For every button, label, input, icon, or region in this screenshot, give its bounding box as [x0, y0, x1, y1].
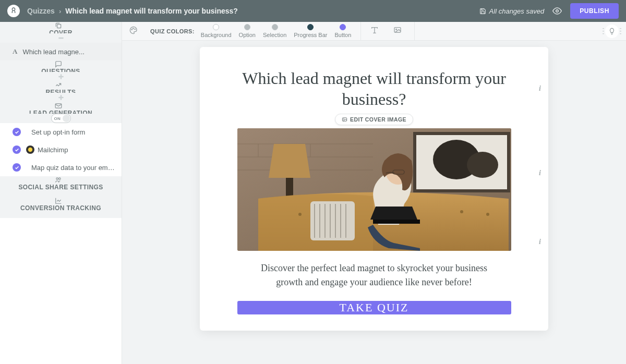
sidebar-item-optin[interactable]: Set up opt-in form	[0, 123, 122, 141]
color-background[interactable]: Background	[201, 24, 232, 38]
preview-icon[interactable]	[552, 6, 562, 16]
sidebar-section-results[interactable]: RESULTS	[0, 81, 122, 102]
info-icon[interactable]: i	[539, 238, 541, 246]
svg-rect-36	[310, 201, 355, 240]
add-icon[interactable]	[56, 93, 66, 102]
svg-rect-2	[58, 38, 63, 39]
check-icon	[13, 128, 21, 136]
chevron-right-icon: ›	[59, 7, 61, 15]
save-icon	[479, 8, 486, 15]
mailchimp-icon	[26, 145, 34, 154]
chart-icon	[54, 197, 63, 204]
sidebar-section-social[interactable]: SOCIAL SHARE SETTINGS	[0, 176, 122, 197]
svg-point-34	[460, 210, 463, 213]
leadgen-toggle[interactable]: ON	[51, 114, 71, 123]
color-progress[interactable]: Progress Bar	[294, 24, 327, 38]
info-icon[interactable]: i	[539, 84, 541, 93]
text-icon: A	[13, 47, 17, 56]
svg-point-8	[28, 148, 32, 152]
quiz-description[interactable]: Discover the perfect lead magnet to skyr…	[251, 261, 497, 289]
results-icon	[54, 81, 63, 89]
svg-point-11	[131, 29, 132, 30]
tips-icon[interactable]	[605, 25, 619, 38]
quiz-title[interactable]: Which lead magnet will transform your bu…	[220, 68, 528, 110]
add-icon[interactable]	[56, 72, 66, 81]
sidebar-section-leadgen[interactable]: LEAD GENERATION ON	[0, 102, 122, 123]
svg-point-10	[58, 178, 61, 180]
sidebar-section-conversion[interactable]: CONVERSION TRACKING	[0, 197, 122, 218]
editor-toolbar: QUIZ COLORS: Background Option Selection…	[122, 22, 626, 41]
svg-rect-46	[373, 220, 420, 224]
info-icon[interactable]: i	[539, 169, 541, 177]
questions-icon	[54, 60, 63, 68]
social-icon	[54, 176, 63, 184]
sidebar-item-mailchimp[interactable]: Mailchimp	[0, 141, 122, 159]
cover-image[interactable]	[237, 128, 511, 251]
svg-rect-4	[60, 74, 61, 79]
palette-icon[interactable]	[129, 26, 138, 37]
image-icon	[342, 117, 347, 123]
image-icon[interactable]	[393, 26, 402, 37]
app-header: Quizzes › Which lead magnet will transfo…	[0, 0, 626, 22]
color-option[interactable]: Option	[239, 24, 256, 38]
sidebar-section-cover[interactable]: COVER	[0, 22, 122, 43]
breadcrumb-root[interactable]: Quizzes	[27, 7, 55, 15]
editor-canvas: Which lead magnet will transform your bu…	[122, 41, 626, 364]
app-logo[interactable]	[7, 5, 20, 17]
typography-icon[interactable]	[370, 26, 379, 37]
take-quiz-button[interactable]: TAKE QUIZ	[237, 301, 511, 314]
svg-point-13	[135, 29, 135, 29]
mail-icon	[54, 102, 63, 110]
sidebar-section-questions[interactable]: QUESTIONS	[0, 60, 122, 81]
svg-point-9	[56, 178, 58, 180]
sidebar: COVER A Which lead magne... QUESTIONS RE…	[0, 22, 122, 364]
publish-button[interactable]: PUBLISH	[570, 3, 619, 19]
save-status: All changes saved	[479, 7, 545, 15]
svg-rect-1	[57, 25, 61, 28]
sidebar-item-mapdata[interactable]: Map quiz data to your email list	[0, 159, 122, 176]
quiz-cover-card: Which lead magnet will transform your bu…	[200, 47, 548, 331]
svg-point-29	[467, 152, 498, 178]
edit-cover-button[interactable]: EDIT COVER IMAGE	[335, 114, 413, 125]
check-icon	[13, 145, 21, 154]
svg-point-12	[133, 28, 134, 29]
cover-icon	[54, 22, 63, 29]
svg-point-17	[396, 29, 397, 30]
svg-point-35	[486, 213, 489, 216]
colors-label: QUIZ COLORS:	[150, 28, 195, 34]
collapse-icon[interactable]	[56, 33, 66, 43]
svg-point-32	[298, 213, 302, 216]
breadcrumb-current: Which lead magnet will transform your bu…	[65, 7, 238, 15]
color-button[interactable]: Button	[334, 24, 351, 38]
svg-rect-6	[60, 95, 61, 100]
sidebar-item-cover-title[interactable]: A Which lead magne...	[0, 43, 122, 60]
color-selection[interactable]: Selection	[263, 24, 286, 38]
check-icon	[13, 163, 21, 172]
svg-point-0	[556, 10, 559, 13]
svg-point-19	[343, 118, 344, 119]
